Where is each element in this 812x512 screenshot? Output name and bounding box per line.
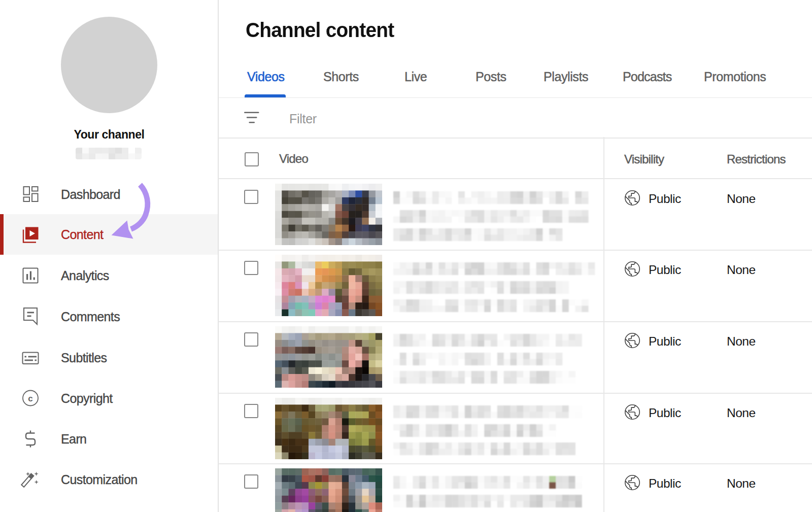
svg-text:c: c bbox=[28, 394, 32, 403]
